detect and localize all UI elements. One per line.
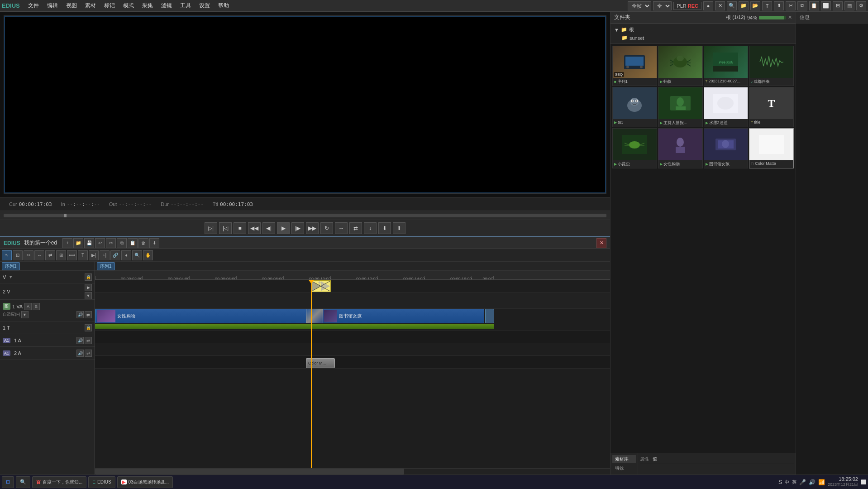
link-tool[interactable]: 🔗 xyxy=(110,250,120,260)
tab-effects[interactable]: 特效 xyxy=(612,464,636,472)
tl-copy[interactable]: ⧉ xyxy=(117,238,127,248)
layout-btn[interactable]: ▤ xyxy=(844,1,854,10)
1a-chan[interactable]: ⇄ xyxy=(85,337,92,344)
tl-folder[interactable]: 📁 xyxy=(73,238,83,248)
quality-dropdown[interactable]: 全 xyxy=(653,1,672,10)
playback-slider[interactable] xyxy=(4,214,606,217)
playback-slider-bar[interactable] xyxy=(0,211,610,220)
asset-item-bug[interactable]: ▶ 小昆虫 xyxy=(612,128,657,168)
tl-paste[interactable]: 📋 xyxy=(128,238,138,248)
mark-out-button[interactable]: |◁ xyxy=(219,222,232,234)
roll-tool[interactable]: ⊞ xyxy=(56,250,66,260)
va-mode[interactable]: ▼ xyxy=(21,311,29,318)
asset-item-colormatte[interactable]: ◻ Color Matte xyxy=(749,128,794,168)
loop-button[interactable]: ↻ xyxy=(320,222,333,234)
asset-item-outdoor[interactable]: 户外运动 T 20231218-0027... xyxy=(704,46,749,86)
menu-asset[interactable]: 素材 xyxy=(81,1,100,10)
2v-track-ctrl1[interactable]: ▶ xyxy=(85,284,92,291)
tl-add-track[interactable]: + xyxy=(62,238,72,248)
v-track-lock[interactable]: 🔒 xyxy=(85,273,92,281)
record-button[interactable]: ● xyxy=(703,1,713,10)
clip-colormatte[interactable]: Color M... xyxy=(306,358,335,368)
export-btn[interactable]: ⬆ xyxy=(774,1,784,10)
menu-settings[interactable]: 设置 xyxy=(196,1,214,10)
menu-mode[interactable]: 模式 xyxy=(119,1,138,10)
transition-marker[interactable] xyxy=(306,309,323,323)
razor-tool[interactable]: ✂ xyxy=(24,250,33,260)
tl-save[interactable]: 💾 xyxy=(84,238,94,248)
cut-btn[interactable]: ✂ xyxy=(786,1,796,10)
timeline-close-button[interactable]: ✕ xyxy=(596,238,606,248)
close-app-button[interactable]: ✕ xyxy=(715,1,725,10)
va-autoselect[interactable]: A xyxy=(24,303,32,310)
settings-btn[interactable]: ⚙ xyxy=(856,1,866,10)
add-edit-tool[interactable]: +| xyxy=(100,250,110,260)
slip-tool[interactable]: ↔ xyxy=(34,250,44,260)
stop-button[interactable]: ■ xyxy=(234,222,246,234)
copy-btn[interactable]: ⧉ xyxy=(797,1,807,10)
add-clip-button[interactable]: + xyxy=(318,280,322,287)
2v-track-ctrl2[interactable]: ▼ xyxy=(85,292,92,299)
menu-filter[interactable]: 滤镜 xyxy=(157,1,176,10)
tl-undo[interactable]: ↩ xyxy=(95,238,105,248)
trim-tool[interactable]: ⊡ xyxy=(13,250,23,260)
start-button[interactable]: ⊞ xyxy=(2,476,14,488)
va-chan-ctrl[interactable]: ⇄ xyxy=(85,311,92,318)
track-select-tool[interactable]: ▶| xyxy=(89,250,99,260)
step-forward-button[interactable]: |▶ xyxy=(291,222,304,234)
fast-forward-button[interactable]: ▶▶ xyxy=(306,222,319,234)
step-back-button[interactable]: ◀| xyxy=(262,222,275,234)
asset-panel-close[interactable]: ✕ xyxy=(788,14,792,20)
taskbar-app-video[interactable]: ▶ 03白场黑场转场及... xyxy=(117,476,173,488)
asset-item-ant[interactable]: ▶ 蚂蚁 xyxy=(658,46,703,86)
text-tool[interactable]: T xyxy=(78,250,88,260)
hand-tool[interactable]: ✋ xyxy=(143,250,153,260)
folder-icon-btn[interactable]: 📁 xyxy=(739,1,749,10)
tl-cut[interactable]: ✂ xyxy=(106,238,116,248)
asset-item-shopping[interactable]: ▶ 女性购物 xyxy=(658,128,703,168)
zoom-tool[interactable]: 🔍 xyxy=(132,250,142,260)
rate-stretch-tool[interactable]: ⟺ xyxy=(67,250,77,260)
va-sync[interactable]: S xyxy=(33,303,40,310)
paste-btn[interactable]: 📋 xyxy=(809,1,819,10)
taskbar-app-baidu[interactable]: 百 百度一下，你就知... xyxy=(32,476,86,488)
export-transport-button[interactable]: ⬆ xyxy=(393,222,405,234)
asset-item-seq1[interactable]: SEQ ■ 序列1 xyxy=(612,46,657,86)
menu-edit[interactable]: 编辑 xyxy=(43,1,62,10)
mark-in-button[interactable]: ▷| xyxy=(205,222,217,234)
in-out-button[interactable]: ↔ xyxy=(335,222,348,234)
clip-tushuguan[interactable]: 图书馆女孩 xyxy=(321,309,484,323)
marker-tool[interactable]: ♦ xyxy=(121,250,131,260)
select-tool[interactable]: ↖ xyxy=(2,250,12,260)
new-bin-btn[interactable]: 📂 xyxy=(750,1,760,10)
menu-tools[interactable]: 工具 xyxy=(176,1,195,10)
folder-sunset[interactable]: 📁 sunset xyxy=(620,34,794,42)
2a-vol[interactable]: 🔊 xyxy=(76,350,84,357)
search-button[interactable]: 🔍 xyxy=(16,476,30,488)
menu-file[interactable]: 文件 xyxy=(24,1,43,10)
overwrite-btn[interactable]: ⬜ xyxy=(821,1,831,10)
overwrite-transport-button[interactable]: ⬇ xyxy=(378,222,391,234)
timeline-hscroll[interactable] xyxy=(95,468,610,475)
asset-item-news[interactable]: ▶ 主持人播报... xyxy=(658,87,703,127)
ripple-tool[interactable]: ⇄ xyxy=(45,250,55,260)
rewind-button[interactable]: ◀◀ xyxy=(248,222,261,234)
folder-root[interactable]: ▼ 📁 根 xyxy=(612,25,794,34)
clip-nvxinggouwu[interactable]: 女性购物 xyxy=(95,309,308,323)
menu-capture[interactable]: 采集 xyxy=(138,1,157,10)
clip-end[interactable] xyxy=(485,309,494,323)
play-button[interactable]: ▶ xyxy=(277,222,290,234)
va-vol-ctrl[interactable]: 🔊 xyxy=(76,311,84,318)
tl-insert[interactable]: ⬇ xyxy=(149,238,159,248)
1a-vol[interactable]: 🔊 xyxy=(76,337,84,344)
playback-handle[interactable] xyxy=(64,214,67,217)
taskbar-app-edius[interactable]: E EDIUS xyxy=(88,476,115,488)
asset-item-title[interactable]: T T title xyxy=(749,87,794,127)
grid-btn[interactable]: ⊞ xyxy=(833,1,843,10)
menu-help[interactable]: 帮助 xyxy=(215,1,233,10)
sync-button[interactable]: ⇄ xyxy=(349,222,362,234)
title-btn[interactable]: T xyxy=(762,1,772,10)
tl-delete[interactable]: 🗑 xyxy=(138,238,148,248)
menu-view[interactable]: 视图 xyxy=(62,1,81,10)
menu-mark[interactable]: 标记 xyxy=(100,1,119,10)
